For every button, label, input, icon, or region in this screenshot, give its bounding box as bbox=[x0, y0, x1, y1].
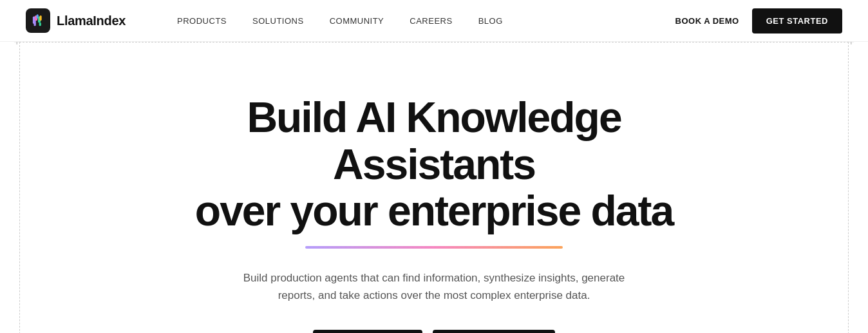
nav-solutions[interactable]: SOLUTIONS bbox=[252, 16, 304, 26]
gradient-underline bbox=[305, 246, 563, 249]
hero-subtitle: Build production agents that can find in… bbox=[241, 269, 627, 304]
nav-community[interactable]: COMMUNITY bbox=[330, 16, 384, 26]
contact-sales-button[interactable]: CONTACT SALES bbox=[433, 330, 556, 333]
book-demo-link[interactable]: BOOK A DEMO bbox=[675, 16, 739, 26]
svg-rect-6 bbox=[39, 23, 41, 26]
hero-title-line1: Build AI Knowledge Assistants bbox=[247, 93, 621, 188]
hero-container: + + Build AI Knowledge Assistants over y… bbox=[19, 42, 849, 333]
svg-rect-5 bbox=[34, 23, 36, 26]
navbar: LlamaIndex PRODUCTS SOLUTIONS COMMUNITY … bbox=[0, 0, 868, 42]
nav-products[interactable]: PRODUCTS bbox=[177, 16, 227, 26]
hero-get-started-button[interactable]: GET STARTED bbox=[313, 330, 422, 333]
hero-section: Build AI Knowledge Assistants over your … bbox=[20, 43, 848, 333]
nav-links: PRODUCTS SOLUTIONS COMMUNITY CAREERS BLO… bbox=[177, 16, 675, 26]
logo-link[interactable]: LlamaIndex bbox=[26, 8, 126, 33]
hero-title-line2: over your enterprise data bbox=[195, 187, 673, 234]
hero-buttons: GET STARTED CONTACT SALES bbox=[313, 330, 555, 333]
svg-rect-4 bbox=[39, 15, 41, 21]
logo-text: LlamaIndex bbox=[57, 14, 126, 28]
nav-get-started-button[interactable]: GET STARTED bbox=[752, 8, 842, 33]
nav-actions: BOOK A DEMO GET STARTED bbox=[675, 8, 842, 33]
nav-careers[interactable]: CAREERS bbox=[410, 16, 452, 26]
nav-blog[interactable]: BLOG bbox=[478, 16, 503, 26]
logo-icon bbox=[26, 8, 50, 33]
hero-title: Build AI Knowledge Assistants over your … bbox=[176, 94, 692, 234]
